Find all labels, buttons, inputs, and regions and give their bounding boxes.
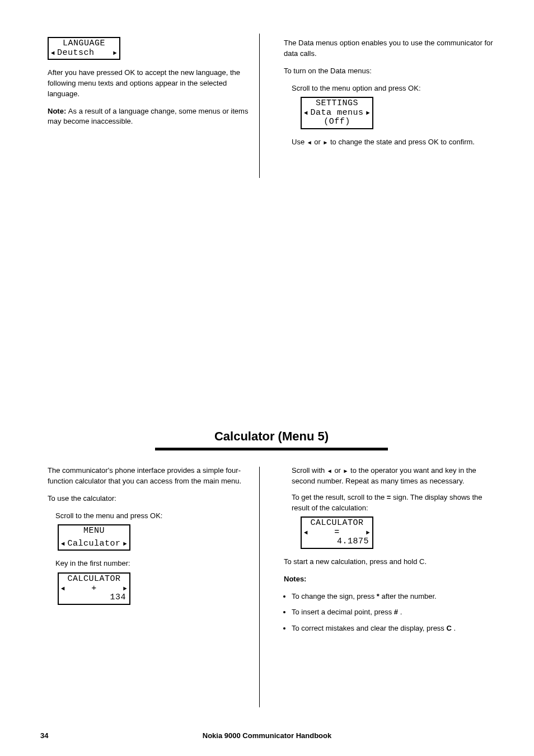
lcd-title: CALCULATOR <box>304 519 370 528</box>
list-item: To change the sign, press * after the nu… <box>292 591 495 602</box>
top-right-column: The Data menus option enables you to use… <box>284 34 495 153</box>
list-item: To get the result, scroll to the = sign.… <box>292 492 495 549</box>
paragraph: To turn on the Data menus: <box>284 66 495 77</box>
lcd-calculator-result: CALCULATOR ◄ = ► 4.1875 <box>301 516 373 549</box>
top-section: LANGUAGE ◄ Deutsch ► After you have pres… <box>48 34 495 153</box>
right-arrow-icon: ► <box>322 139 328 145</box>
book-title: Nokia 9000 Communicator Handbook <box>0 731 534 741</box>
left-arrow-icon: ◄ <box>304 529 308 536</box>
list-item: Key in the first number: CALCULATOR ◄ + … <box>55 558 259 604</box>
list-item: Scroll to the menu option and press OK: … <box>292 83 495 129</box>
lcd-calculator-entry: CALCULATOR ◄ + ► 134 <box>58 572 130 605</box>
step-text: Scroll with <box>292 466 327 475</box>
note-text: To insert a decimal point, press <box>292 608 394 616</box>
notes-label: Notes: <box>284 575 306 583</box>
left-arrow-icon: ◄ <box>61 585 65 592</box>
list-item: To insert a decimal point, press # . <box>292 607 495 618</box>
lcd-operator: = <box>334 528 340 538</box>
left-arrow-icon: ◄ <box>304 110 308 116</box>
step-text: Scroll to the menu option and press OK: <box>292 84 421 92</box>
lcd-menu-calculator: MENU ◄ Calculator ► <box>58 524 130 551</box>
star-key-icon: * <box>377 592 380 600</box>
step-text: or <box>334 466 343 475</box>
right-arrow-icon: ► <box>343 468 349 474</box>
list-item: Scroll to the menu and press OK: MENU ◄ … <box>55 511 259 551</box>
left-arrow-icon: ◄ <box>61 541 65 547</box>
step-text: To get the result, scroll to the <box>292 493 387 501</box>
lcd-state: (Off) <box>304 118 370 127</box>
step-text: to change the state and press OK to conf… <box>330 138 475 146</box>
right-arrow-icon: ► <box>123 541 127 547</box>
bottom-left-column: The communicator's phone interface provi… <box>48 466 259 640</box>
note-text: As a result of a language change, some m… <box>48 107 248 126</box>
section-heading: Calculator (Menu 5) <box>48 428 495 445</box>
lcd-value: Deutsch <box>55 49 113 58</box>
left-arrow-icon: ◄ <box>51 50 55 57</box>
equals-sign: = <box>387 493 391 501</box>
column-divider <box>259 467 260 707</box>
lcd-value: Data menus <box>310 109 363 118</box>
step-text: or <box>314 138 322 146</box>
hash-key-icon: # <box>394 608 398 616</box>
right-arrow-icon: ► <box>366 529 370 536</box>
lcd-settings-datamenus: SETTINGS ◄ Data menus ► (Off) <box>301 97 373 129</box>
list-item: To correct mistakes and clear the displa… <box>292 623 495 634</box>
step-text: Use <box>292 138 307 146</box>
heading-rule <box>155 448 388 450</box>
steps-list: Scroll to the menu option and press OK: … <box>284 83 495 148</box>
paragraph: To start a new calculation, press and ho… <box>284 557 495 567</box>
notes-list: To change the sign, press * after the nu… <box>284 591 495 635</box>
step-text: Scroll to the menu and press OK: <box>55 511 162 520</box>
lcd-title: LANGUAGE <box>51 39 117 49</box>
lcd-operator: + <box>91 584 97 594</box>
left-arrow-icon: ◄ <box>327 468 332 474</box>
note-text: To correct mistakes and clear the displa… <box>292 624 447 632</box>
bottom-section: The communicator's phone interface provi… <box>48 466 495 640</box>
lcd-value: 4.1875 <box>304 537 370 547</box>
section-heading-block: Calculator (Menu 5) <box>48 428 495 455</box>
right-arrow-icon: ► <box>366 110 370 116</box>
c-key-icon: C <box>447 624 452 632</box>
lcd-language: LANGUAGE ◄ Deutsch ► <box>48 37 120 60</box>
note-paragraph: Note: As a result of a language change, … <box>48 106 259 128</box>
paragraph: The communicator's phone interface provi… <box>48 466 259 487</box>
note-text: . <box>454 624 456 632</box>
lcd-value: 134 <box>61 593 127 603</box>
lcd-title: MENU <box>61 527 127 536</box>
note-text: after the number. <box>381 592 436 600</box>
right-arrow-icon: ► <box>113 50 117 57</box>
left-arrow-icon: ◄ <box>307 139 312 145</box>
list-item: Scroll with ◄ or ► to the operator you w… <box>292 466 495 487</box>
right-arrow-icon: ► <box>123 585 127 592</box>
manual-page: LANGUAGE ◄ Deutsch ► After you have pres… <box>0 0 534 756</box>
note-text: . <box>400 608 402 616</box>
lcd-title: CALCULATOR <box>61 575 127 584</box>
steps-list: Scroll to the menu and press OK: MENU ◄ … <box>48 511 259 605</box>
notes-heading: Notes: <box>284 574 495 585</box>
list-item: Use ◄ or ► to change the state and press… <box>292 137 495 148</box>
paragraph: To use the calculator: <box>48 494 259 504</box>
note-label: Note: <box>48 107 68 115</box>
paragraph: The Data menus option enables you to use… <box>284 38 495 59</box>
bottom-right-column: Scroll with ◄ or ► to the operator you w… <box>284 466 495 640</box>
note-text: To change the sign, press <box>292 592 377 600</box>
steps-list: Scroll with ◄ or ► to the operator you w… <box>284 466 495 549</box>
column-divider <box>259 34 260 178</box>
paragraph: After you have pressed OK to accept the … <box>48 68 259 100</box>
top-left-column: LANGUAGE ◄ Deutsch ► After you have pres… <box>48 34 259 153</box>
lcd-title: SETTINGS <box>304 99 370 109</box>
step-text: Key in the first number: <box>55 559 130 567</box>
lcd-value: Calculator <box>67 539 120 549</box>
